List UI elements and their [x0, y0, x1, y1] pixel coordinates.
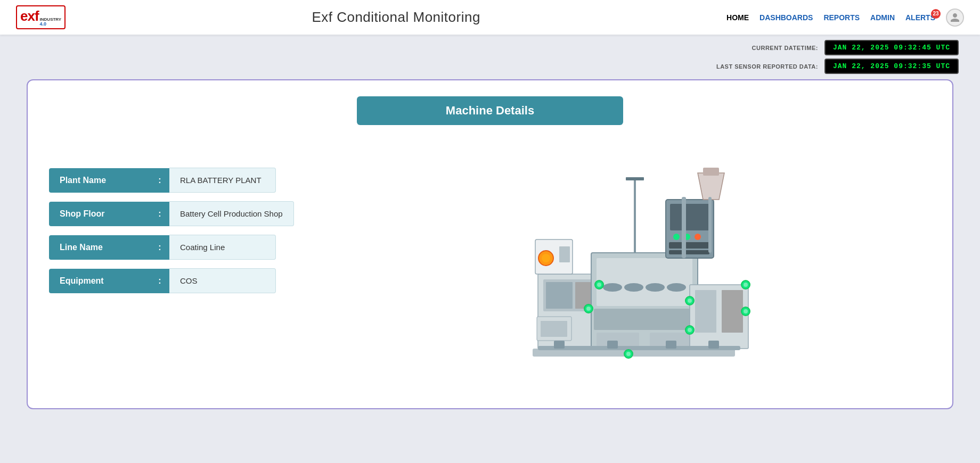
svg-rect-36: [607, 341, 618, 349]
alerts-button[interactable]: ALERTS 23: [905, 13, 935, 22]
machine-card: Machine Details Plant Name:RLA BATTERY P…: [27, 79, 953, 409]
logo-box: exf INDUSTRY 4.0: [16, 5, 66, 29]
machine-illustration: [501, 146, 767, 386]
user-icon: [950, 12, 960, 23]
alerts-badge: 23: [931, 9, 941, 19]
field-separator-1: :: [150, 202, 169, 226]
app-title: Exf Conditional Monitoring: [312, 9, 480, 26]
field-label-0: Plant Name: [49, 168, 150, 193]
user-avatar[interactable]: [946, 9, 964, 27]
field-value-3: COS: [169, 268, 276, 293]
svg-point-32: [542, 254, 550, 262]
field-label-2: Line Name: [49, 235, 150, 260]
nav-dashboards[interactable]: DASHBOARDS: [760, 13, 813, 22]
field-label-3: Equipment: [49, 269, 150, 293]
svg-rect-3: [546, 282, 573, 309]
logo-area: exf INDUSTRY 4.0: [16, 5, 66, 29]
logo-exf-text: exf: [20, 8, 39, 24]
field-row-3: Equipment:COS: [49, 268, 294, 293]
svg-rect-54: [541, 321, 567, 337]
svg-point-44: [688, 299, 692, 303]
svg-point-9: [646, 283, 665, 292]
svg-rect-25: [703, 168, 719, 176]
svg-point-42: [597, 283, 601, 287]
field-separator-3: :: [150, 269, 169, 293]
svg-point-48: [744, 283, 748, 287]
svg-point-19: [673, 234, 680, 240]
field-separator-0: :: [150, 168, 169, 193]
svg-marker-24: [698, 173, 724, 200]
last-sensor-label: LAST SENSOR REPORTED DATA:: [716, 63, 818, 70]
svg-rect-38: [708, 341, 719, 349]
svg-point-50: [626, 352, 631, 356]
svg-point-10: [667, 283, 686, 292]
svg-rect-37: [666, 341, 676, 349]
svg-point-8: [624, 283, 643, 292]
field-row-2: Line Name:Coating Line: [49, 235, 294, 260]
field-row-0: Plant Name:RLA BATTERY PLANT: [49, 168, 294, 193]
svg-rect-16: [722, 290, 743, 333]
svg-rect-26: [682, 197, 686, 258]
logo-version-text: 4.0: [40, 22, 62, 27]
svg-point-46: [744, 309, 748, 313]
field-value-1: Battery Cell Production Shop: [169, 201, 294, 226]
main-content: Machine Details Plant Name:RLA BATTERY P…: [0, 74, 980, 425]
nav-area: HOME DASHBOARDS REPORTS ADMIN ALERTS 23: [726, 9, 964, 27]
machine-image-area: [337, 146, 931, 386]
svg-rect-23: [669, 250, 709, 254]
logo-industry: INDUSTRY 4.0: [40, 18, 62, 27]
svg-point-7: [603, 283, 622, 292]
field-value-2: Coating Line: [169, 235, 276, 260]
nav-home[interactable]: HOME: [726, 13, 749, 22]
svg-point-52: [688, 328, 692, 332]
fields-section: Plant Name:RLA BATTERY PLANTShop Floor:B…: [49, 168, 294, 293]
card-title: Machine Details: [357, 96, 623, 125]
svg-rect-18: [670, 204, 709, 230]
svg-rect-33: [559, 246, 570, 262]
svg-rect-15: [695, 290, 716, 333]
svg-rect-35: [554, 341, 565, 349]
field-row-1: Shop Floor:Battery Cell Production Shop: [49, 201, 294, 226]
svg-rect-11: [594, 309, 695, 330]
current-datetime-row: CURRENT DATETIME: JAN 22, 2025 09:32:45 …: [752, 40, 959, 55]
svg-rect-29: [626, 177, 644, 180]
current-datetime-value: JAN 22, 2025 09:32:45 UTC: [824, 40, 959, 55]
nav-admin[interactable]: ADMIN: [870, 13, 895, 22]
last-sensor-value: JAN 22, 2025 09:32:35 UTC: [824, 59, 959, 74]
svg-rect-22: [669, 242, 709, 249]
svg-point-40: [586, 307, 591, 311]
field-separator-2: :: [150, 235, 169, 260]
svg-point-21: [695, 234, 701, 240]
svg-rect-27: [708, 197, 712, 253]
field-label-1: Shop Floor: [49, 202, 150, 226]
current-datetime-label: CURRENT DATETIME:: [752, 45, 818, 51]
field-value-0: RLA BATTERY PLANT: [169, 168, 276, 193]
svg-rect-28: [634, 178, 636, 253]
datetime-bar: CURRENT DATETIME: JAN 22, 2025 09:32:45 …: [0, 35, 980, 74]
card-body: Plant Name:RLA BATTERY PLANTShop Floor:B…: [49, 146, 931, 386]
nav-reports[interactable]: REPORTS: [823, 13, 860, 22]
svg-rect-6: [597, 258, 692, 306]
header: exf INDUSTRY 4.0 Exf Conditional Monitor…: [0, 0, 980, 35]
last-sensor-row: LAST SENSOR REPORTED DATA: JAN 22, 2025 …: [716, 59, 959, 74]
